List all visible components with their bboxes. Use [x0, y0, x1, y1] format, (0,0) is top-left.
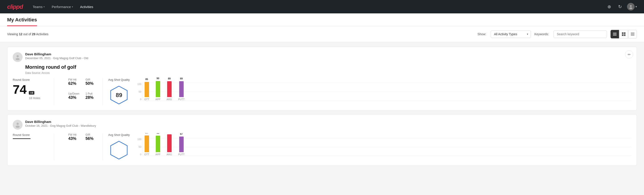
page-title: My Activities	[7, 17, 37, 26]
score-number-1: 74	[13, 83, 26, 96]
one-putt-stat-1: 1 Putt 28%	[86, 92, 97, 100]
activity-card-2: Dave Billingham October 16, 2021 · Gog M…	[7, 114, 637, 166]
svg-marker-18	[111, 141, 127, 159]
score-main-1: 74 +4 18 Holes	[13, 83, 48, 100]
svg-rect-7	[622, 34, 624, 36]
search-input[interactable]	[554, 30, 607, 38]
teams-chevron-icon: ▾	[44, 6, 45, 8]
svg-point-13	[16, 55, 19, 57]
round-score-label-2: Round Score	[13, 133, 48, 136]
svg-rect-4	[613, 35, 616, 36]
view-compact-button[interactable]	[628, 30, 637, 38]
up-down-stat-1: Up/Down 43%	[68, 92, 80, 100]
svg-point-16	[16, 123, 19, 125]
navbar: clippd Teams ▾ Performance ▾ Activities …	[0, 0, 644, 14]
hexagon-1: 89	[109, 85, 129, 105]
stats-section-2: FW Hit 43% GIR 56%	[68, 133, 97, 144]
activity-card-1: ✏ Dave Billingham December 05, 2021 · Go…	[7, 47, 637, 111]
card-header-2: Dave Billingham October 16, 2021 · Gog M…	[13, 120, 631, 130]
bar-ott-2: 94 OTT	[144, 134, 149, 156]
card-user-info-1: Dave Billingham December 05, 2021 · Gog …	[25, 52, 631, 60]
bar-arg: 89 ARG	[167, 79, 172, 100]
nav-item-teams[interactable]: Teams ▾	[30, 3, 47, 10]
fw-hit-stat-1: FW Hit 62%	[68, 78, 80, 86]
svg-rect-5	[622, 32, 624, 34]
hexagon-2	[109, 140, 129, 160]
svg-rect-10	[631, 34, 634, 34]
score-badge-1: +4	[29, 91, 34, 94]
card-title-1: Morning round of golf	[25, 64, 631, 70]
divider-1	[54, 78, 54, 105]
shot-quality-section-2: Avg Shot Quality 100	[108, 133, 631, 160]
svg-rect-3	[613, 34, 616, 34]
stats-section-1: FW Hit 62% GIR 50% Up/Down 43% 1 Putt 28…	[68, 78, 97, 103]
svg-point-14	[16, 58, 20, 60]
avatar-chevron-icon: ▾	[636, 5, 637, 8]
score-placeholder	[13, 138, 30, 139]
bar-app-2: 93 APP	[156, 134, 160, 156]
nav-item-performance[interactable]: Performance ▾	[49, 3, 76, 10]
shot-quality-label-2: Avg Shot Quality	[108, 133, 130, 136]
round-score-label-1: Round Score	[13, 78, 48, 82]
avatar-2	[13, 120, 22, 130]
bar-arg-2: 106 ARG	[167, 134, 172, 156]
svg-rect-11	[631, 34, 634, 35]
card-header-1: Dave Billingham December 05, 2021 · Gog …	[13, 52, 631, 62]
add-icon[interactable]: ⊕	[606, 3, 613, 10]
shot-quality-label-1: Avg Shot Quality	[108, 78, 130, 82]
viewing-count-text: Viewing 12 out of 29 Activities	[7, 32, 474, 36]
logo[interactable]: clippd	[7, 3, 23, 10]
card-date-1: December 05, 2021 · Gog Magog Golf Club …	[25, 56, 631, 60]
svg-rect-12	[631, 35, 634, 36]
bar-chart-1: 100 50 0	[135, 83, 631, 100]
svg-rect-8	[624, 34, 626, 36]
shot-quality-block-2: Avg Shot Quality	[108, 133, 130, 160]
filter-bar: Viewing 12 out of 29 Activities Show: Al…	[0, 26, 644, 42]
gir-stat-2: GIR 56%	[86, 133, 97, 141]
gir-stat-1: GIR 50%	[86, 78, 97, 86]
performance-chevron-icon: ▾	[72, 6, 73, 8]
svg-point-1	[629, 7, 632, 9]
activity-type-select[interactable]: All Activity Types Round of Golf Practic…	[491, 30, 531, 38]
card-date-2: October 16, 2021 · Gog Magog Golf Club -…	[25, 124, 631, 128]
bar-ott: 85 OTT	[144, 79, 149, 100]
card-source-1: Data Source: Arccos	[25, 72, 631, 74]
svg-rect-2	[613, 33, 616, 33]
nav-items: Teams ▾ Performance ▾ Activities	[30, 3, 598, 10]
card-body-1: Round Score 74 +4 18 Holes FW Hit 62%	[13, 78, 631, 105]
svg-point-17	[16, 126, 20, 128]
round-score-section-1: Round Score 74 +4 18 Holes	[13, 78, 48, 100]
card-user-name-2: Dave Billingham	[25, 120, 631, 124]
card-body-2: Round Score FW Hit 43% GIR 56%	[13, 133, 631, 160]
svg-rect-6	[624, 32, 626, 34]
bar-putt-2: 87 PUTT	[178, 134, 184, 156]
nav-right: ⊕ ↻ ▾	[606, 3, 637, 10]
svg-rect-9	[631, 32, 634, 33]
card-user-info-2: Dave Billingham October 16, 2021 · Gog M…	[25, 120, 631, 128]
round-score-section-2: Round Score	[13, 133, 48, 139]
shot-quality-block: Avg Shot Quality 89	[108, 78, 130, 105]
main-content: ✏ Dave Billingham December 05, 2021 · Go…	[0, 42, 644, 174]
keywords-label: Keywords:	[534, 32, 549, 36]
svg-point-0	[630, 5, 632, 7]
holes-label-1: 18 Holes	[29, 96, 40, 100]
activity-type-select-wrapper: All Activity Types Round of Golf Practic…	[491, 30, 531, 38]
hexagon-value-1: 89	[116, 92, 122, 98]
bar-app: 90 APP	[156, 79, 160, 100]
avatar-1	[13, 52, 22, 62]
divider-3	[54, 133, 54, 160]
hexagon-container-2	[108, 140, 130, 160]
shot-quality-section-1: Avg Shot Quality 89	[108, 78, 631, 105]
bar-putt: 89 PUTT	[178, 79, 184, 100]
user-menu-button[interactable]: ▾	[627, 3, 637, 10]
view-grid-button[interactable]	[620, 30, 628, 38]
card-user-name-1: Dave Billingham	[25, 52, 631, 56]
avatar	[627, 3, 635, 10]
refresh-icon[interactable]: ↻	[616, 3, 624, 10]
bar-chart-2: 100 50 0 94	[135, 138, 631, 156]
nav-item-activities[interactable]: Activities	[78, 3, 96, 10]
edit-button-1[interactable]: ✏	[625, 50, 633, 58]
show-label: Show:	[478, 32, 486, 36]
fw-hit-stat-2: FW Hit 43%	[68, 133, 80, 141]
view-list-button[interactable]	[610, 30, 619, 38]
